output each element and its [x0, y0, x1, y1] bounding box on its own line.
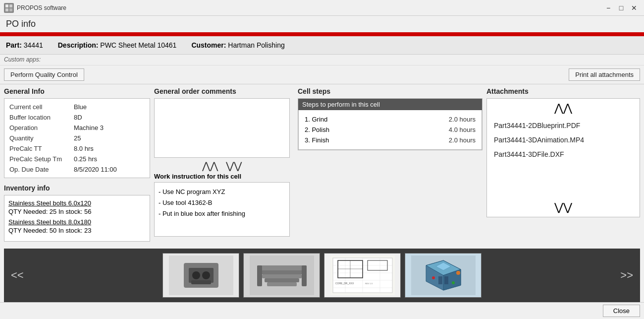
restore-button[interactable]: □: [615, 3, 627, 13]
general-info-row: Quantity25: [7, 133, 147, 143]
work-instruction-box: - Use NC program XYZ- Use tool 41362-B- …: [154, 182, 290, 237]
thumbnail-4[interactable]: [405, 253, 482, 298]
step-name: 1. Grind: [305, 116, 327, 123]
cell-steps-wrapper: Steps to perform in this cell 1. Grind2.…: [298, 98, 483, 150]
svg-rect-4: [9, 8, 12, 11]
thumbnail-1[interactable]: [162, 253, 239, 298]
svg-point-9: [202, 271, 210, 279]
general-info-column: General Info Current cellBlueBuffer loca…: [4, 87, 150, 247]
actions-bar: Perform Quality Control Print all attach…: [0, 65, 644, 84]
customer-label: Customer: Hartman Polishing: [191, 41, 284, 49]
info-label: PreCalc TT: [9, 145, 74, 152]
attachments-column: Attachments ⋀⋀ Part34441-2DBlueprint.PDF…: [486, 87, 640, 247]
part-info-bar: Part: 34441 Description: PWC Sheet Metal…: [0, 36, 644, 55]
part-value: 34441: [24, 41, 43, 49]
inventory-info-title: Inventory info: [4, 184, 150, 192]
thumbnail-images: CORE_DR_XXX REV 1.0: [31, 253, 614, 298]
step-hours: 2.0 hours: [449, 116, 476, 123]
cell-step-row: 3. Finish2.0 hours: [305, 135, 476, 145]
attachments-scroll-up-button[interactable]: ⋀⋀: [490, 102, 637, 115]
app-logo-icon: [4, 3, 14, 13]
svg-point-42: [452, 281, 455, 284]
inventory-qty: QTY Needed: 50 In stock: 23: [8, 227, 146, 234]
info-label: Quantity: [9, 134, 74, 142]
work-instruction-line: - Use tool 41362-B: [159, 197, 285, 208]
work-instruction-title: Work instruction for this cell: [154, 173, 290, 180]
svg-rect-3: [5, 8, 8, 11]
attachment-file[interactable]: Part34441-3DFile.DXF: [494, 147, 633, 162]
attachments-files: Part34441-2DBlueprint.PDFPart34441-3DAni…: [490, 119, 637, 162]
title-bar: PROPOS software − □ ✕: [0, 0, 644, 16]
info-label: Op. Due Date: [9, 166, 74, 173]
work-instruction-line: - Put in blue box after finishing: [159, 208, 285, 219]
attachments-scroll-down-button[interactable]: ⋁⋁: [490, 201, 637, 214]
close-button[interactable]: Close: [603, 305, 640, 317]
thumbnails-prev-button[interactable]: <<: [8, 267, 27, 284]
thumbnail-3[interactable]: CORE_DR_XXX REV 1.0: [324, 253, 401, 298]
general-info-row: PreCalc Setup Tm0.25 hrs: [7, 154, 147, 164]
svg-rect-13: [260, 270, 304, 274]
svg-rect-15: [265, 278, 299, 282]
inventory-qty: QTY Needed: 25 In stock: 56: [8, 208, 146, 215]
svg-rect-17: [257, 265, 262, 286]
scroll-down-button[interactable]: ⋁⋁: [226, 161, 242, 171]
comments-scroll-arrows: ⋀⋀ ⋁⋁: [154, 161, 290, 171]
step-hours: 4.0 hours: [449, 126, 476, 133]
thumbnail-bar: <<: [4, 249, 640, 302]
info-label: PreCalc Setup Tm: [9, 155, 74, 163]
description-label: Description: PWC Sheet Metal 10461: [58, 41, 177, 49]
attachment-file[interactable]: Part34441-2DBlueprint.PDF: [494, 119, 633, 133]
info-value: 25: [74, 134, 145, 142]
title-bar-logo: PROPOS software: [4, 3, 602, 13]
svg-point-43: [432, 276, 435, 279]
order-comments-area: [154, 98, 290, 158]
info-value: Machine 3: [74, 124, 145, 131]
window-title: PO info: [0, 16, 644, 32]
attachments-title: Attachments: [486, 87, 640, 95]
quality-control-button[interactable]: Perform Quality Control: [4, 68, 84, 81]
description-value: PWC Sheet Metal 10461: [100, 41, 176, 49]
general-info-box: Current cellBlueBuffer location8DOperati…: [4, 98, 150, 178]
general-info-row: Buffer location8D: [7, 112, 147, 123]
info-label: Buffer location: [9, 114, 74, 121]
svg-rect-38: [438, 276, 442, 284]
thumbnail-2[interactable]: [243, 253, 320, 298]
step-name: 3. Finish: [305, 136, 329, 144]
attachment-file[interactable]: Part34441-3DAnimation.MP4: [494, 133, 633, 147]
main-content: General Info Current cellBlueBuffer loca…: [0, 84, 644, 249]
svg-point-8: [192, 271, 200, 279]
print-all-button[interactable]: Print all attachments: [569, 68, 640, 81]
red-bar: [0, 32, 644, 36]
general-info-row: Current cellBlue: [7, 102, 147, 112]
order-comments-title: General order comments: [154, 87, 290, 95]
inventory-item-link[interactable]: Stainless Steel bolts 8.0x180: [8, 218, 146, 226]
title-bar-controls: − □ ✕: [602, 3, 640, 13]
cell-step-row: 2. Polish4.0 hours: [305, 125, 476, 135]
svg-rect-16: [267, 282, 297, 286]
info-value: 8D: [74, 114, 145, 121]
info-value: 8.0 hrs: [74, 145, 145, 152]
thumbnails-next-button[interactable]: >>: [617, 267, 636, 284]
cell-step-row: 1. Grind2.0 hours: [305, 114, 476, 125]
general-info-row: Op. Due Date8/5/2020 11:00: [7, 164, 147, 175]
inventory-item-link[interactable]: Stainless Steel bolts 6.0x120: [8, 199, 146, 207]
info-label: Current cell: [9, 103, 74, 111]
app-name: PROPOS software: [17, 4, 66, 11]
svg-rect-2: [9, 4, 12, 7]
svg-text:CORE_DR_XXX: CORE_DR_XXX: [335, 282, 354, 285]
minimize-button[interactable]: −: [602, 3, 614, 13]
svg-text:REV 1.0: REV 1.0: [365, 282, 373, 285]
general-info-row: OperationMachine 3: [7, 123, 147, 133]
attachments-box: ⋀⋀ Part34441-2DBlueprint.PDFPart34441-3D…: [486, 98, 640, 217]
info-label: Operation: [9, 124, 74, 131]
window-close-button[interactable]: ✕: [628, 3, 640, 13]
step-hours: 2.0 hours: [449, 136, 476, 144]
info-value: Blue: [74, 103, 145, 111]
footer-bar: Close: [0, 302, 644, 319]
svg-rect-10: [191, 280, 211, 284]
general-info-row: PreCalc TT8.0 hrs: [7, 143, 147, 154]
scroll-up-button[interactable]: ⋀⋀: [202, 161, 218, 171]
step-name: 2. Polish: [305, 126, 329, 133]
svg-point-41: [456, 271, 460, 275]
work-instruction-line: - Use NC program XYZ: [159, 187, 285, 197]
